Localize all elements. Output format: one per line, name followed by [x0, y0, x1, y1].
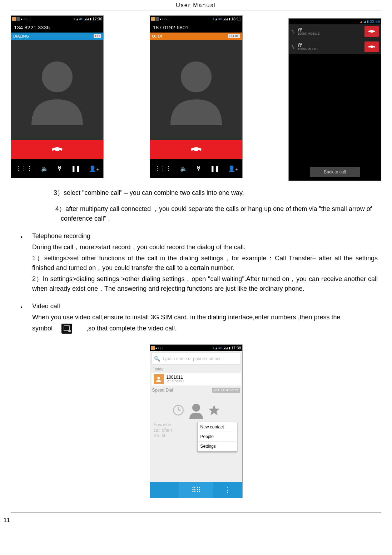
wifi-icon: ◢: [76, 17, 78, 21]
hangup-icon: [190, 147, 202, 152]
signal-icon: ◢◢: [223, 17, 228, 21]
battery-icon: ▮: [367, 20, 369, 23]
search-icon: 🔍: [154, 356, 160, 362]
notif-icon: [151, 17, 155, 21]
clock-text: 22:35: [370, 19, 380, 24]
battery-icon: ▮: [229, 17, 230, 21]
screenshot-in-call: ▴ ▪ ▫ ⬚ ᛒ ◢ 3G ◢◢ ▮ 18:11 187 0192 6801 …: [150, 15, 243, 178]
bluetooth-icon: ᛒ: [73, 17, 75, 21]
svg-point-1: [180, 62, 211, 92]
network-icon: 3G: [79, 17, 83, 21]
avatar-icon: [154, 374, 164, 384]
dialpad-icon: ⠿⠿: [192, 486, 201, 494]
avatar-icon: [25, 54, 89, 126]
search-input[interactable]: 🔍 Type a name or phone number: [152, 353, 241, 365]
menu-settings[interactable]: Settings: [198, 442, 237, 451]
bottom-bar: ⠿⠿ ⋮: [150, 482, 242, 498]
video-heading: Video call: [32, 301, 60, 311]
add-call-icon[interactable]: 👤₊: [228, 165, 238, 172]
menu-new-contact[interactable]: New contact: [198, 422, 237, 432]
svg-point-6: [192, 404, 200, 412]
bluetooth-icon: ᛒ: [212, 17, 214, 21]
hold-icon[interactable]: ❚❚: [210, 165, 219, 172]
svg-point-0: [42, 62, 73, 92]
clock-text: 17:38: [231, 346, 241, 350]
call-controls: ⋮⋮⋮ 🔈 🎙 ❚❚ 👤₊: [150, 159, 242, 178]
overflow-button[interactable]: ⋮: [213, 482, 242, 498]
call-timer-text: 00:14: [152, 34, 162, 38]
back-to-call-button[interactable]: Back to call: [310, 167, 360, 177]
mute-icon[interactable]: 🎙: [57, 165, 63, 172]
notif-icon: ▴ ▪ ▫ ⬚: [21, 17, 31, 21]
notif-icon: [151, 346, 155, 350]
page-number: 11: [4, 517, 10, 524]
battery-icon: ▮: [90, 17, 91, 21]
network-icon: 3G: [218, 17, 222, 21]
phone-number: 134 8221 3336: [11, 22, 103, 33]
conference-call-row[interactable]: ⤣ yy 10086 MOBILE: [289, 39, 381, 55]
dialpad-button[interactable]: ⠿⠿: [179, 482, 213, 498]
speaker-icon[interactable]: 🔈: [180, 165, 187, 172]
favorites-area: Favorites call often So, st New contact …: [150, 394, 242, 455]
sim-badge: CU 01: [228, 34, 240, 38]
menu-people[interactable]: People: [198, 432, 237, 442]
signal-icon: ◢: [360, 20, 362, 23]
mute-icon[interactable]: 🎙: [196, 165, 202, 172]
all-contacts-button[interactable]: ALL CONTACTS: [212, 388, 240, 393]
svg-point-2: [157, 377, 160, 379]
speaker-icon[interactable]: 🔈: [41, 165, 48, 172]
contact-text: 1001011 ↗ 17:36 CU: [167, 375, 184, 383]
avatar-icon: [164, 54, 228, 126]
call-entry-text: yy 10086 MOBILE: [298, 27, 362, 36]
hangup-icon: [368, 30, 376, 33]
notif-icon: [12, 17, 16, 21]
status-bar: ▴ ▪ ▫ ⬚ ᛒ ◢ 3G ◢◢ ▮ 18:11: [150, 16, 242, 22]
recent-call-row[interactable]: 1001011 ↗ 17:36 CU: [152, 373, 241, 385]
step-3-text: 3）select "combine call" – you can combin…: [54, 188, 378, 198]
network-icon: 3G: [218, 346, 222, 350]
call-status-bar: DIALING CU: [11, 33, 103, 40]
hangup-button[interactable]: [150, 140, 242, 159]
overflow-menu: New contact People Settings: [197, 422, 237, 452]
video-line-2: symbol ,so that complete the video call.: [32, 324, 378, 334]
split-call-icon[interactable]: ⤣: [291, 28, 296, 35]
speed-dial-bar: Speed Dial ALL CONTACTS: [150, 386, 242, 394]
search-placeholder: Type a name or phone number: [162, 356, 221, 361]
add-call-icon[interactable]: 👤₊: [89, 165, 99, 172]
hold-icon[interactable]: ❚❚: [71, 165, 80, 172]
avatar-area: [11, 40, 103, 140]
speed-dial-label: Speed Dial: [152, 388, 173, 393]
status-bar: ▴ ▪ ⬚ ᛒ ◢ 3G ◢◢ ▮ 17:38: [150, 345, 242, 351]
hangup-button[interactable]: [364, 41, 379, 52]
more-icon: ⋮: [224, 486, 231, 494]
wifi-icon: ◢: [215, 17, 217, 21]
sim-badge: CU: [94, 34, 101, 38]
bluetooth-icon: ᛒ: [212, 346, 214, 350]
clock-icon: [172, 404, 184, 416]
bullet-dot: ●: [11, 301, 32, 311]
dialpad-icon[interactable]: ⋮⋮⋮: [15, 165, 33, 172]
hangup-button[interactable]: [11, 140, 103, 159]
recording-line-3: 2）In settings>dialing settings >other di…: [32, 274, 378, 294]
hangup-button[interactable]: [364, 26, 379, 37]
notif-icon: ▴ ▪ ▫ ⬚: [160, 17, 170, 21]
conference-call-row[interactable]: ⤣ yy 10086 MOBILE: [289, 24, 381, 39]
avatar-area: [150, 40, 242, 140]
notif-icon: [155, 17, 159, 21]
clock-text: 17:36: [92, 17, 102, 21]
signal-icon: ◢: [363, 20, 366, 23]
recording-heading: Telephone recording: [32, 231, 90, 241]
screenshot-conference: ◢ ◢ ▮ 22:35 ⤣ yy 10086 MOBILE ⤣ yy: [288, 18, 381, 181]
hangup-icon: [51, 147, 63, 152]
dialpad-icon[interactable]: ⋮⋮⋮: [154, 165, 172, 172]
split-call-icon[interactable]: ⤣: [291, 44, 296, 50]
battery-icon: ▮: [229, 346, 230, 350]
recording-line-1: During the call，more>start record，you co…: [32, 242, 378, 252]
screenshot-row: ▴ ▪ ▫ ⬚ ᛒ ◢ 3G ◢◢ ▮ 17:36 134 8221 3336 …: [11, 15, 381, 181]
notif-icon: ▴ ▪ ⬚: [155, 346, 163, 350]
signal-icon: ◢◢: [84, 17, 89, 21]
clock-text: 18:11: [231, 17, 241, 21]
screenshot-dialer: ▴ ▪ ⬚ ᛒ ◢ 3G ◢◢ ▮ 17:38 🔍 Type a name or…: [150, 344, 243, 498]
bottom-bar-left: [150, 482, 179, 498]
notif-icon: [16, 17, 20, 21]
